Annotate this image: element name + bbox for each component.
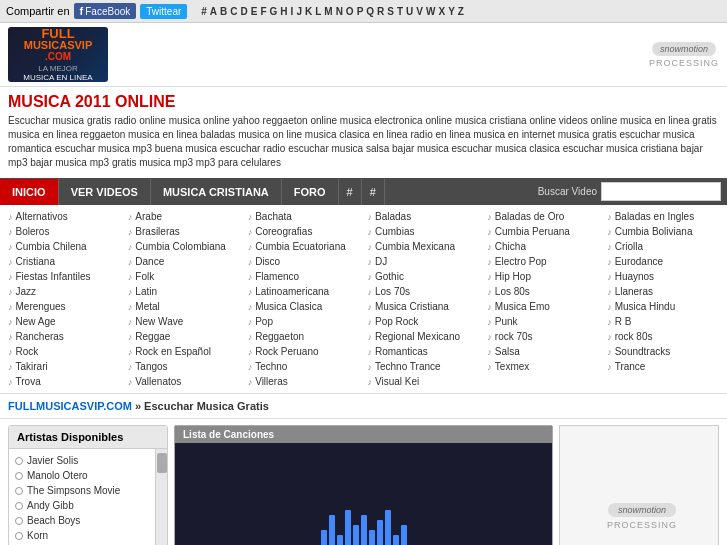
- category-item[interactable]: ♪Gothic: [364, 269, 484, 284]
- category-item[interactable]: ♪Techno Trance: [364, 359, 484, 374]
- alpha-link-#[interactable]: #: [201, 6, 207, 17]
- category-item[interactable]: ♪Boleros: [4, 224, 124, 239]
- category-item[interactable]: ♪Pop: [244, 314, 364, 329]
- category-item[interactable]: ♪Tangos: [124, 359, 244, 374]
- list-item[interactable]: Andy Gibb: [13, 498, 151, 513]
- category-item[interactable]: ♪Rock Peruano: [244, 344, 364, 359]
- alpha-link-P[interactable]: P: [357, 6, 364, 17]
- category-item[interactable]: ♪Llaneras: [603, 284, 723, 299]
- twitter-button[interactable]: Twittear: [140, 4, 187, 19]
- alpha-link-G[interactable]: G: [270, 6, 278, 17]
- alpha-link-Q[interactable]: Q: [366, 6, 374, 17]
- category-item[interactable]: ♪Dance: [124, 254, 244, 269]
- logo-image[interactable]: FULL MUSICASVIP .COM LA MEJOR MUSICA EN …: [8, 27, 108, 82]
- category-item[interactable]: ♪DJ: [364, 254, 484, 269]
- category-item[interactable]: ♪Huaynos: [603, 269, 723, 284]
- category-item[interactable]: ♪rock 70s: [483, 329, 603, 344]
- category-item[interactable]: ♪Baladas en Ingles: [603, 209, 723, 224]
- category-item[interactable]: ♪Cumbia Boliviana: [603, 224, 723, 239]
- list-item[interactable]: Manolo Otero: [13, 468, 151, 483]
- category-item[interactable]: ♪New Wave: [124, 314, 244, 329]
- alpha-link-N[interactable]: N: [336, 6, 343, 17]
- category-item[interactable]: ♪Rock en Español: [124, 344, 244, 359]
- category-item[interactable]: ♪Cumbia Ecuatoriana: [244, 239, 364, 254]
- category-item[interactable]: ♪Merengues: [4, 299, 124, 314]
- alpha-link-W[interactable]: W: [426, 6, 435, 17]
- category-item[interactable]: ♪New Age: [4, 314, 124, 329]
- category-item[interactable]: ♪Musica Cristiana: [364, 299, 484, 314]
- category-item[interactable]: ♪Hip Hop: [483, 269, 603, 284]
- list-item[interactable]: The Simpsons Movie: [13, 483, 151, 498]
- alpha-link-L[interactable]: L: [315, 6, 321, 17]
- nav-inicio[interactable]: INICIO: [0, 179, 59, 205]
- category-item[interactable]: ♪Cumbia Peruana: [483, 224, 603, 239]
- alpha-link-E[interactable]: E: [251, 6, 258, 17]
- category-item[interactable]: ♪Cumbia Chilena: [4, 239, 124, 254]
- category-item[interactable]: ♪Trance: [603, 359, 723, 374]
- alpha-link-Y[interactable]: Y: [448, 6, 455, 17]
- category-item[interactable]: ♪Baladas de Oro: [483, 209, 603, 224]
- category-item[interactable]: ♪Criolla: [603, 239, 723, 254]
- list-item[interactable]: Korn: [13, 528, 151, 543]
- category-item[interactable]: ♪Vallenatos: [124, 374, 244, 389]
- alpha-link-J[interactable]: J: [296, 6, 302, 17]
- category-item[interactable]: ♪R B: [603, 314, 723, 329]
- category-item[interactable]: ♪Reggaeton: [244, 329, 364, 344]
- alpha-link-U[interactable]: U: [406, 6, 413, 17]
- category-item[interactable]: ♪Disco: [244, 254, 364, 269]
- list-item[interactable]: Beach Boys: [13, 513, 151, 528]
- category-item[interactable]: ♪Alternativos: [4, 209, 124, 224]
- category-item[interactable]: ♪Brasileras: [124, 224, 244, 239]
- category-item[interactable]: ♪Musica Emo: [483, 299, 603, 314]
- nav-foro[interactable]: FORO: [282, 179, 339, 205]
- alpha-link-K[interactable]: K: [305, 6, 312, 17]
- category-item[interactable]: ♪Los 70s: [364, 284, 484, 299]
- alpha-link-T[interactable]: T: [397, 6, 403, 17]
- category-item[interactable]: ♪Coreografias: [244, 224, 364, 239]
- artists-scrollbar[interactable]: [155, 449, 167, 545]
- category-item[interactable]: ♪Trova: [4, 374, 124, 389]
- category-item[interactable]: ♪Electro Pop: [483, 254, 603, 269]
- category-item[interactable]: ♪Flamenco: [244, 269, 364, 284]
- category-item[interactable]: ♪Cumbias: [364, 224, 484, 239]
- category-item[interactable]: ♪Musica Hindu: [603, 299, 723, 314]
- category-item[interactable]: ♪Arabe: [124, 209, 244, 224]
- nav-hash1[interactable]: #: [339, 179, 362, 205]
- category-item[interactable]: ♪Texmex: [483, 359, 603, 374]
- alpha-link-D[interactable]: D: [241, 6, 248, 17]
- nav-musica-cristiana[interactable]: MUSICA CRISTIANA: [151, 179, 282, 205]
- scrollbar-thumb[interactable]: [157, 453, 167, 473]
- alpha-link-S[interactable]: S: [387, 6, 394, 17]
- category-item[interactable]: ♪Takirari: [4, 359, 124, 374]
- category-item[interactable]: ♪Cumbia Mexicana: [364, 239, 484, 254]
- alpha-link-C[interactable]: C: [230, 6, 237, 17]
- category-item[interactable]: ♪Romanticas: [364, 344, 484, 359]
- alpha-link-O[interactable]: O: [346, 6, 354, 17]
- alpha-link-I[interactable]: I: [291, 6, 294, 17]
- category-item[interactable]: ♪Rock: [4, 344, 124, 359]
- alpha-link-Z[interactable]: Z: [458, 6, 464, 17]
- alpha-link-V[interactable]: V: [416, 6, 423, 17]
- category-item[interactable]: ♪Soundtracks: [603, 344, 723, 359]
- alpha-link-H[interactable]: H: [280, 6, 287, 17]
- search-input[interactable]: [601, 182, 721, 201]
- category-item[interactable]: ♪rock 80s: [603, 329, 723, 344]
- category-item[interactable]: ♪Visual Kei: [364, 374, 484, 389]
- alpha-link-A[interactable]: A: [210, 6, 217, 17]
- alpha-link-M[interactable]: M: [324, 6, 332, 17]
- category-item[interactable]: ♪Musica Clasica: [244, 299, 364, 314]
- alpha-link-B[interactable]: B: [220, 6, 227, 17]
- category-item[interactable]: ♪Punk: [483, 314, 603, 329]
- category-item[interactable]: ♪Reggae: [124, 329, 244, 344]
- category-item[interactable]: ♪Salsa: [483, 344, 603, 359]
- alpha-link-X[interactable]: X: [438, 6, 445, 17]
- category-item[interactable]: ♪Folk: [124, 269, 244, 284]
- category-item[interactable]: ♪Eurodance: [603, 254, 723, 269]
- category-item[interactable]: ♪Cumbia Colombiana: [124, 239, 244, 254]
- category-item[interactable]: ♪Fiestas Infantiles: [4, 269, 124, 284]
- breadcrumb-site[interactable]: FULLMUSICASVIP.COM: [8, 400, 132, 412]
- category-item[interactable]: ♪Villeras: [244, 374, 364, 389]
- category-item[interactable]: ♪Baladas: [364, 209, 484, 224]
- category-item[interactable]: ♪Bachata: [244, 209, 364, 224]
- alpha-link-F[interactable]: F: [260, 6, 266, 17]
